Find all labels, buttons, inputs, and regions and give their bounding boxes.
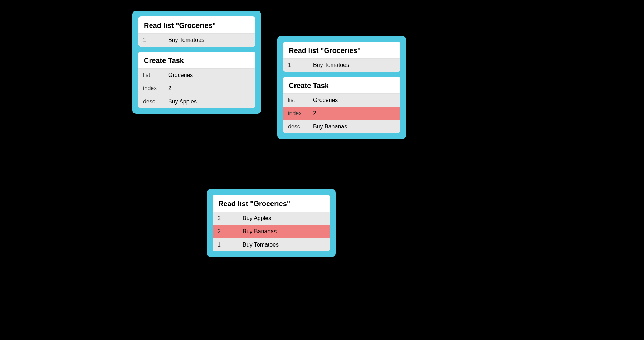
table-row: list Groceries [138, 69, 255, 82]
row-key: desc [283, 120, 308, 133]
table-row: desc Buy Apples [138, 95, 255, 108]
table-row-highlighted: 2 Buy Bananas [213, 225, 330, 238]
row-value: 2 [163, 82, 255, 95]
row-key: desc [138, 95, 163, 108]
read-list-title-2: Read list "Groceries" [283, 42, 400, 58]
create-task-panel-2: Create Task list Groceries index 2 desc … [283, 77, 400, 133]
card-3: Read list "Groceries" 2 Buy Apples 2 Buy… [207, 189, 336, 257]
row-key: index [138, 82, 163, 95]
row-value: Groceries [163, 69, 255, 82]
read-list-table-3: 2 Buy Apples 2 Buy Bananas 1 Buy Tomatoe… [213, 212, 330, 251]
table-row: desc Buy Bananas [283, 120, 400, 133]
row-desc: Buy Apples [238, 212, 330, 225]
table-row-highlighted: index 2 [283, 107, 400, 120]
row-value: Buy Apples [163, 95, 255, 108]
create-task-title-2: Create Task [283, 77, 400, 93]
row-index: 1 [213, 238, 238, 252]
row-value: 2 [308, 107, 400, 120]
read-list-panel-1: Read list "Groceries" 1 Buy Tomatoes [138, 16, 255, 47]
create-task-table-1: list Groceries index 2 desc Buy Apples [138, 68, 255, 108]
row-desc: Buy Tomatoes [308, 59, 400, 72]
row-index: 1 [138, 34, 163, 47]
card-2: Read list "Groceries" 1 Buy Tomatoes Cre… [277, 36, 406, 139]
table-row: 1 Buy Tomatoes [138, 34, 255, 47]
row-index: 2 [213, 212, 238, 225]
create-task-panel-1: Create Task list Groceries index 2 desc … [138, 52, 255, 108]
row-key: index [283, 107, 308, 120]
table-row: index 2 [138, 82, 255, 95]
read-list-table-1: 1 Buy Tomatoes [138, 33, 255, 47]
table-row: list Groceries [283, 94, 400, 107]
read-list-table-2: 1 Buy Tomatoes [283, 58, 400, 72]
read-list-title-1: Read list "Groceries" [138, 16, 255, 33]
read-list-panel-2: Read list "Groceries" 1 Buy Tomatoes [283, 42, 400, 72]
create-task-table-2: list Groceries index 2 desc Buy Bananas [283, 93, 400, 133]
row-key: list [138, 69, 163, 82]
card-1: Read list "Groceries" 1 Buy Tomatoes Cre… [132, 11, 261, 114]
row-desc: Buy Tomatoes [163, 34, 255, 47]
row-key: list [283, 94, 308, 107]
read-list-panel-3: Read list "Groceries" 2 Buy Apples 2 Buy… [213, 195, 330, 251]
row-index: 2 [213, 225, 238, 238]
create-task-title-1: Create Task [138, 52, 255, 68]
read-list-title-3: Read list "Groceries" [213, 195, 330, 212]
table-row: 1 Buy Tomatoes [213, 238, 330, 252]
table-row: 2 Buy Apples [213, 212, 330, 225]
row-index: 1 [283, 59, 308, 72]
row-value: Groceries [308, 94, 400, 107]
table-row: 1 Buy Tomatoes [283, 59, 400, 72]
row-desc: Buy Tomatoes [238, 238, 330, 252]
row-value: Buy Bananas [308, 120, 400, 133]
row-desc: Buy Bananas [238, 225, 330, 238]
